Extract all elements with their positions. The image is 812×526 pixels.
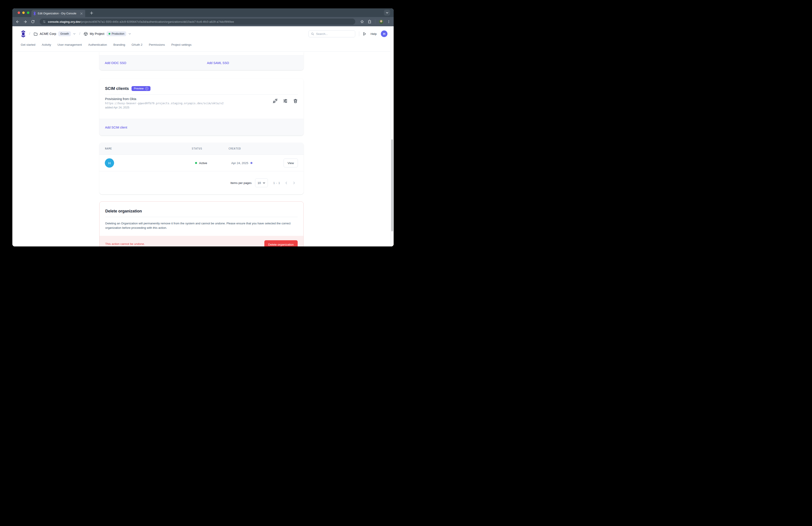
scim-client-actions [273,99,298,103]
minimize-window-button[interactable] [22,12,25,14]
help-link[interactable]: Help [371,32,377,35]
header-divider [359,31,359,36]
danger-warning-text: This action cannot be undone. [105,242,145,245]
sso-card-body [99,52,304,55]
tab-search-button[interactable] [384,10,390,16]
test-connection-unplug-icon[interactable] [273,99,278,103]
nav-tab-get-started[interactable]: Get started [21,43,35,46]
project-env-label: Production [112,32,124,35]
browser-profile-avatar[interactable] [379,19,383,24]
tab-title: Edit Organization - Ory Console [38,12,78,15]
browser-tab-strip: Edit Organization - Ory Console [12,9,394,17]
browser-toolbar: console.staging.ory.dev/projects/d087b7a… [12,17,394,26]
ory-favicon [33,12,36,15]
run-play-icon[interactable] [363,32,366,36]
nav-tab-user-management[interactable]: User management [58,43,82,46]
divider [105,217,298,217]
danger-footer: This action cannot be undone. Delete org… [100,236,303,246]
preview-badge-label: Preview [134,87,143,90]
production-status-dot [108,33,110,35]
url-text: console.staging.ory.dev/projects/d087b7a… [48,20,234,24]
created-cell: Apr 24, 2025 [231,161,252,165]
scim-clients-card: SCIM clients Preview ? Provisioning from… [99,79,304,136]
nav-tab-permissions[interactable]: Permissions [149,43,165,46]
url-domain: console.staging.ory.dev [48,20,81,24]
scim-card-footer: Add SCIM client [99,119,304,136]
add-oidc-sso-link[interactable]: Add OIDC SSO [105,61,126,65]
items-per-page-label: Items per pages [230,181,251,185]
close-window-button[interactable] [18,12,20,14]
user-avatar[interactable]: H [381,30,388,37]
scrollbar-thumb[interactable] [391,139,393,231]
scim-clients-title: SCIM clients [105,86,129,91]
organization-table-card: NAME STATUS CREATED H Active Apr 24, 202… [99,143,304,194]
scim-client-name: Provisioning from Okta [105,97,298,101]
row-avatar: H [105,158,114,168]
back-icon[interactable] [15,20,20,24]
ory-logo[interactable] [21,30,26,37]
nav-tab-authentication[interactable]: Authentication [88,43,107,46]
reload-icon[interactable] [31,20,35,24]
search-icon [311,32,314,35]
sso-card: Add OIDC SSO Add SAML SSO [99,52,304,70]
zoom-window-button[interactable] [27,12,29,14]
add-scim-client-link[interactable]: Add SCIM client [105,126,127,129]
delete-organization-description: Deleting an Organization will permanentl… [105,221,298,230]
column-header-created: CREATED [229,147,241,150]
url-bar[interactable]: console.staging.ory.dev/projects/d087b7a… [40,18,355,25]
site-settings-icon[interactable] [43,20,46,24]
status-cell: Active [195,161,207,165]
previous-page-chevron-icon[interactable] [282,181,290,185]
chevron-down-icon [263,182,265,184]
browser-window: Edit Organization - Ory Console [12,9,394,246]
project-name[interactable]: My Project [90,32,104,35]
created-indicator-dot [250,162,252,164]
help-circle-icon: ? [145,87,148,90]
browser-tab[interactable]: Edit Organization - Ory Console [31,10,85,17]
nav-tab-activity[interactable]: Activity [42,43,51,46]
nav-tab-project-settings[interactable]: Project settings [171,43,191,46]
table-header: NAME STATUS CREATED [99,143,304,155]
workspace-folder-icon [33,32,38,36]
delete-organization-card: Delete organization Deleting an Organiza… [99,201,304,246]
page-size-value: 10 [258,181,261,185]
new-tab-button[interactable] [89,10,95,16]
next-page-chevron-icon[interactable] [290,181,298,185]
column-header-name: NAME [105,147,112,150]
project-cube-icon [84,32,88,36]
workspace-chevron-down-icon[interactable] [73,32,76,35]
delete-organization-title: Delete organization [105,209,298,214]
column-header-status: STATUS [192,147,202,150]
page-size-select[interactable]: 10 [255,179,268,187]
workspace-name[interactable]: ACME Corp [40,32,56,35]
table-row: H Active Apr 24, 2025 View [99,155,304,171]
scim-client-added-date: added Apr 24, 2025 [105,106,298,109]
page-viewport: / ACME Corp Growth / My Project [12,26,394,246]
extensions-puzzle-icon[interactable] [367,20,372,24]
project-nav-tabs: Get started Activity User management Aut… [21,43,191,46]
window-controls [18,12,29,14]
scrollbar-track[interactable] [390,26,394,246]
bookmark-star-icon[interactable] [360,20,364,24]
pagination-range: 1 - 1 [273,181,280,185]
browser-menu-icon[interactable] [387,20,391,24]
global-search[interactable] [308,30,355,37]
status-label: Active [199,161,207,165]
console-header: / ACME Corp Growth / My Project [12,26,394,52]
toolbar-divider [375,19,375,24]
preview-badge[interactable]: Preview ? [131,86,150,91]
forward-icon[interactable] [23,20,27,24]
view-button[interactable]: View [284,158,298,167]
add-saml-sso-link[interactable]: Add SAML SSO [207,61,229,65]
nav-tab-branding[interactable]: Branding [113,43,125,46]
delete-organization-button[interactable]: Delete organization [264,240,298,246]
project-chevron-down-icon[interactable] [128,32,131,35]
configure-sliders-icon[interactable] [283,99,288,103]
nav-tab-oauth2[interactable]: OAuth 2 [131,43,142,46]
search-input[interactable] [316,32,353,35]
created-date: Apr 24, 2025 [231,161,248,165]
active-status-dot [195,162,197,164]
project-env-badge: Production [106,31,126,36]
delete-trash-icon[interactable] [293,99,298,103]
sso-card-footer: Add OIDC SSO Add SAML SSO [99,55,304,70]
